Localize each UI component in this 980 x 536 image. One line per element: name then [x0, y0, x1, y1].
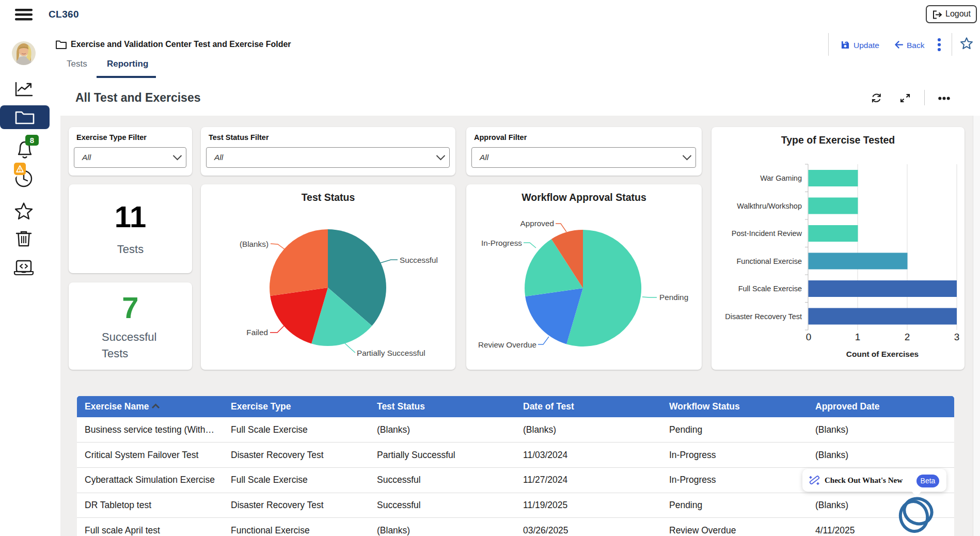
svg-text:War Gaming: War Gaming [760, 174, 802, 182]
svg-text:0: 0 [806, 332, 812, 342]
svg-text:Count of Exercises: Count of Exercises [846, 350, 919, 358]
svg-text:Failed: Failed [246, 328, 268, 337]
svg-text:1: 1 [855, 332, 861, 342]
svg-text:2: 2 [905, 332, 910, 342]
svg-text:Partially Successful: Partially Successful [357, 349, 425, 357]
svg-text:In-Progress: In-Progress [481, 239, 522, 247]
svg-text:Successful: Successful [400, 256, 438, 264]
svg-text:Disaster Recovery Test: Disaster Recovery Test [725, 312, 802, 321]
svg-text:Post-Incident Review: Post-Incident Review [732, 229, 802, 238]
svg-text:8: 8 [30, 136, 34, 145]
svg-text:Approved: Approved [520, 219, 554, 228]
svg-text:3: 3 [954, 332, 960, 342]
svg-text:Walkthru/Workshop: Walkthru/Workshop [737, 202, 802, 210]
svg-text:Pending: Pending [659, 293, 688, 302]
svg-text:Full Scale Exercise: Full Scale Exercise [738, 285, 802, 293]
svg-text:Review Overdue: Review Overdue [478, 340, 536, 349]
svg-text:Functional Exercise: Functional Exercise [736, 257, 802, 265]
svg-text:(Blanks): (Blanks) [240, 240, 268, 248]
